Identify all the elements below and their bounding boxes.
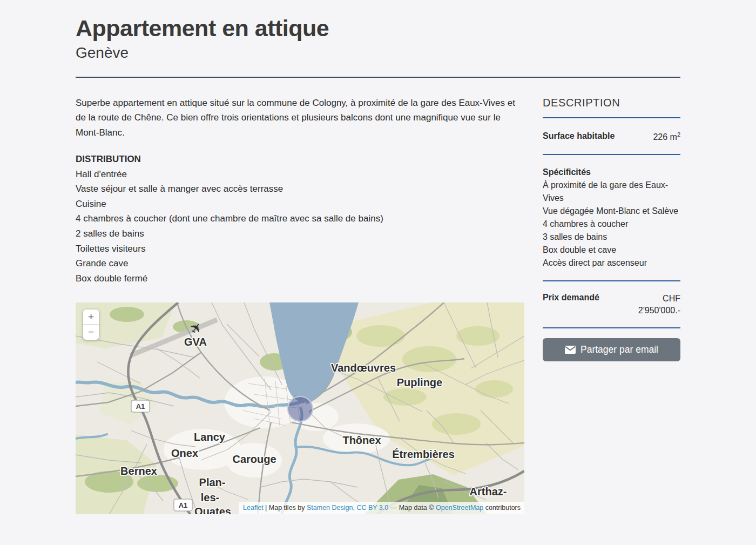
surface-value: 226 m2 [653, 131, 680, 142]
spec-item: 4 chambres à coucher [543, 218, 680, 231]
intro-paragraph: Superbe appartement en attique situé sur… [76, 96, 524, 140]
page-title: Appartement en attique [76, 15, 680, 41]
price-label: Prix demandé [543, 293, 599, 317]
map-tiles: ✈ A1 A1 GVA Vandœuvres [76, 302, 524, 514]
map-town-label: Arthaz- [470, 486, 507, 497]
spec-item: 3 salles de bains [543, 231, 680, 244]
header-divider [76, 77, 680, 78]
zoom-in-button[interactable]: + [83, 309, 99, 325]
distribution-item: Toilettes visiteurs [76, 241, 524, 257]
attribution-text: — Map data © [388, 504, 436, 512]
osm-link[interactable]: OpenStreetMap [436, 504, 483, 512]
map-town-label: Thônex [342, 434, 381, 446]
price-value: CHF 2'950'000.- [621, 293, 680, 317]
sidebar: DESCRIPTION Surface habitable 226 m2 Spé… [543, 96, 680, 514]
distribution-heading: DISTRIBUTION [76, 152, 524, 167]
svg-text:A1: A1 [179, 501, 188, 509]
distribution-item: Vaste séjour et salle à manger avec accè… [76, 181, 524, 197]
map-town-label: Carouge [232, 453, 276, 465]
spec-item: Accès direct par ascenseur [543, 257, 680, 270]
leaflet-link[interactable]: Leaflet [243, 504, 264, 512]
price-row: Prix demandé CHF 2'950'000.- [543, 293, 680, 317]
distribution-item: Grande cave [76, 256, 524, 271]
road-badge-a1: A1 [174, 499, 192, 511]
specs-section: Spécificités À proximité de la gare des … [543, 166, 680, 270]
sidebar-divider [543, 327, 680, 328]
map[interactable]: ✈ A1 A1 GVA Vandœuvres [76, 302, 524, 514]
distribution-item: 2 salles de bains [76, 226, 524, 241]
road-badge-a1: A1 [131, 400, 150, 412]
map-town-label: Plan- [199, 476, 226, 488]
location-marker[interactable] [288, 396, 313, 421]
share-email-button[interactable]: Partager par email [543, 338, 680, 361]
stamen-link[interactable]: Stamen Design [307, 504, 353, 512]
attribution-text: contributors [483, 504, 521, 512]
page-header: Appartement en attique Genève [76, 15, 680, 62]
map-town-label: GVA [184, 336, 207, 348]
svg-text:A1: A1 [136, 402, 145, 411]
cc-license-link[interactable]: CC BY 3.0 [356, 504, 388, 512]
surface-label: Surface habitable [543, 131, 615, 142]
spec-item: Box double et cave [543, 244, 680, 257]
sidebar-divider [543, 154, 680, 155]
sidebar-heading: DESCRIPTION [543, 97, 680, 109]
surface-row: Surface habitable 226 m2 [543, 131, 680, 142]
map-town-label: Étrembières [392, 448, 455, 460]
sidebar-divider [543, 280, 680, 281]
map-town-label: Onex [171, 447, 198, 459]
main-content: Superbe appartement en attique situé sur… [76, 96, 524, 514]
share-email-label: Partager par email [580, 344, 658, 355]
map-town-label: Lancy [194, 431, 226, 443]
distribution-list: Hall d'entrée Vaste séjour et salle à ma… [76, 167, 524, 286]
map-attribution: Leaflet | Map tiles by Stamen Design, CC… [239, 502, 524, 515]
attribution-text: | Map tiles by [264, 504, 307, 512]
distribution-item: Cuisine [76, 197, 524, 212]
zoom-out-button[interactable]: − [83, 325, 99, 340]
distribution-item: Hall d'entrée [76, 167, 524, 182]
map-town-label: Bernex [120, 465, 157, 477]
distribution-item: Box double fermé [76, 271, 524, 286]
map-town-label: Ouates [194, 506, 231, 514]
email-icon [565, 346, 576, 354]
sidebar-divider [543, 117, 680, 118]
map-town-label: Puplinge [397, 376, 442, 388]
spec-item: Vue dégagée Mont-Blanc et Salève [543, 205, 680, 218]
map-zoom-control: + − [83, 309, 99, 340]
specs-heading: Spécificités [543, 166, 680, 179]
spec-item: À proximité de la gare des Eaux-Vives [543, 179, 680, 205]
distribution-item: 4 chambres à coucher (dont une chambre d… [76, 211, 524, 226]
property-page: Appartement en attique Genève Superbe ap… [76, 0, 680, 514]
map-town-label: les- [201, 492, 219, 503]
map-town-label: Vandœuvres [331, 362, 396, 374]
page-subtitle: Genève [76, 44, 680, 62]
